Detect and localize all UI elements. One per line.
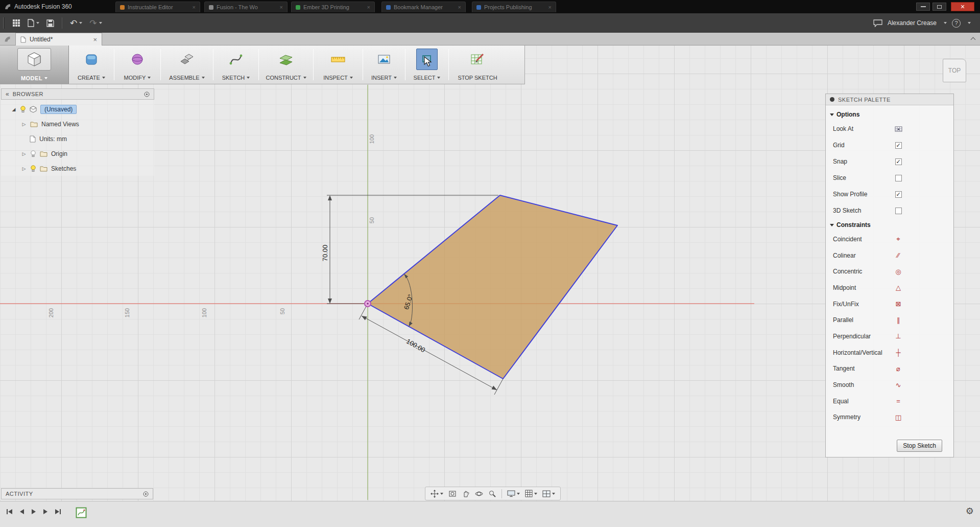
- expander-icon[interactable]: ◢: [11, 107, 16, 112]
- constraint-colinear[interactable]: Colinear∕∕: [826, 247, 953, 264]
- constraint-concentric[interactable]: Concentric◎: [826, 263, 953, 280]
- constraint-perpendicular[interactable]: Perpendicular⊥: [826, 328, 953, 345]
- collapse-panel-icon[interactable]: «: [6, 91, 9, 97]
- sketch-profile[interactable]: [368, 195, 617, 379]
- ribbon-group-inspect[interactable]: INSPECT: [314, 45, 363, 84]
- visibility-bulb-icon[interactable]: [20, 106, 26, 113]
- tab-close-icon[interactable]: [367, 4, 370, 10]
- tree-row-label[interactable]: Units: mm: [39, 135, 67, 143]
- expander-icon[interactable]: ▷: [21, 122, 27, 127]
- ribbon-group-construct[interactable]: CONSTRUCT: [259, 45, 313, 84]
- tree-row-sketches[interactable]: ▷ Sketches: [1, 161, 154, 176]
- stop-sketch-button[interactable]: Stop Sketch: [897, 440, 942, 452]
- tree-row-units[interactable]: Units: mm: [1, 131, 154, 146]
- tangent-icon[interactable]: ⌀: [896, 365, 900, 372]
- grid-settings-button[interactable]: [523, 488, 539, 499]
- panel-options-icon[interactable]: [144, 91, 150, 97]
- expander-icon[interactable]: ▷: [21, 166, 27, 171]
- expander-icon[interactable]: ▷: [21, 151, 27, 156]
- colinear-icon[interactable]: ∕∕: [897, 252, 899, 259]
- constraint-horizontal-vertical[interactable]: Horizontal/Vertical┼: [826, 345, 953, 361]
- go-to-end-button[interactable]: [54, 508, 61, 515]
- concentric-icon[interactable]: ◎: [895, 268, 901, 275]
- constraint-tangent[interactable]: Tangent⌀: [826, 361, 953, 377]
- comment-icon[interactable]: [873, 19, 882, 27]
- tab-close-icon[interactable]: [193, 4, 196, 10]
- display-settings-caret[interactable]: [517, 493, 520, 495]
- workspace-switcher[interactable]: MODEL: [0, 45, 69, 84]
- fusion-tab-icon[interactable]: [4, 35, 11, 43]
- constraint-fix-unfix[interactable]: Fix/UnFix⊠: [826, 296, 953, 312]
- zoom-button[interactable]: [486, 488, 498, 499]
- midpoint-icon[interactable]: △: [896, 284, 901, 291]
- ribbon-group-stop-sketch[interactable]: STOP SKETCH: [449, 45, 506, 84]
- parallel-icon[interactable]: ∥: [897, 317, 900, 324]
- maximize-button[interactable]: [933, 3, 946, 11]
- step-back-button[interactable]: [19, 508, 25, 515]
- help-menu-caret[interactable]: [968, 22, 971, 24]
- dim-height-value[interactable]: 70.00: [321, 245, 329, 262]
- go-to-start-button[interactable]: [6, 508, 13, 515]
- hand-pan-button[interactable]: [460, 488, 472, 499]
- tab-close-icon[interactable]: [280, 4, 283, 10]
- tree-row-origin[interactable]: ▷ Origin: [1, 146, 154, 161]
- viewports-button[interactable]: [540, 489, 557, 499]
- background-browser-tab[interactable]: Projects Publishing: [472, 2, 556, 12]
- equal-icon[interactable]: =: [896, 398, 900, 404]
- look-at-icon[interactable]: [895, 126, 902, 132]
- viewports-caret[interactable]: [552, 493, 555, 495]
- tree-row-label[interactable]: Origin: [51, 150, 67, 157]
- palette-option-show-profile[interactable]: Show Profile: [826, 186, 953, 202]
- constraint-equal[interactable]: Equal=: [826, 393, 953, 409]
- user-menu-caret[interactable]: [944, 22, 947, 24]
- orbit-button[interactable]: [473, 488, 485, 499]
- redo-menu-caret[interactable]: [99, 22, 102, 24]
- minimize-button[interactable]: [916, 3, 930, 11]
- ribbon-group-insert[interactable]: INSERT: [363, 45, 405, 84]
- constraint-coincident[interactable]: Coincident⌖: [826, 231, 953, 247]
- fix-unfix-icon[interactable]: ⊠: [896, 301, 901, 307]
- palette-option-3d-sketch[interactable]: 3D Sketch: [826, 202, 953, 219]
- grid-checkbox[interactable]: [895, 142, 902, 149]
- horizontal-vertical-icon[interactable]: ┼: [896, 349, 900, 356]
- tree-row-label[interactable]: Named Views: [41, 121, 79, 128]
- sketch-palette-header[interactable]: SKETCH PALETTE: [826, 94, 953, 105]
- perpendicular-icon[interactable]: ⊥: [895, 333, 901, 339]
- ribbon-group-assemble[interactable]: ASSEMBLE: [161, 45, 213, 84]
- background-browser-tab[interactable]: Bookmark Manager: [381, 2, 466, 12]
- step-forward-button[interactable]: [42, 508, 49, 515]
- palette-option-grid[interactable]: Grid: [826, 137, 953, 153]
- close-button[interactable]: [951, 2, 974, 11]
- background-browser-tab[interactable]: Ember 3D Printing: [291, 2, 375, 12]
- palette-option-snap[interactable]: Snap: [826, 153, 953, 170]
- document-tab[interactable]: Untitled*: [15, 33, 102, 45]
- palette-option-look-at[interactable]: Look At: [826, 121, 953, 137]
- options-section-header[interactable]: Options: [826, 108, 953, 121]
- 3d-sketch-checkbox[interactable]: [895, 208, 902, 214]
- panel-options-icon[interactable]: [143, 491, 149, 497]
- timeline-sketch-feature[interactable]: [76, 507, 87, 518]
- tab-close-icon[interactable]: [458, 4, 461, 10]
- tab-close-icon[interactable]: [548, 4, 552, 10]
- palette-option-slice[interactable]: Slice: [826, 170, 953, 186]
- constraint-midpoint[interactable]: Midpoint△: [826, 280, 953, 296]
- display-settings-button[interactable]: [505, 488, 522, 499]
- tree-row-label[interactable]: Sketches: [51, 165, 76, 172]
- constraint-smooth[interactable]: Smooth∿: [826, 377, 953, 393]
- background-browser-tab[interactable]: Fusion - The Wo: [204, 2, 288, 12]
- dim-length-value[interactable]: 100.00: [405, 337, 426, 354]
- help-button[interactable]: ?: [952, 19, 961, 28]
- origin-point[interactable]: [365, 301, 371, 307]
- save-button[interactable]: [46, 19, 54, 27]
- undo-button[interactable]: ↶: [70, 19, 82, 28]
- close-tab-icon[interactable]: [93, 36, 97, 43]
- activity-panel-header[interactable]: ACTIVITY: [1, 488, 153, 499]
- redo-button[interactable]: ↷: [89, 19, 102, 28]
- tree-row-named-views[interactable]: ▷ Named Views: [1, 117, 154, 131]
- undo-menu-caret[interactable]: [79, 22, 82, 24]
- file-menu-caret[interactable]: [36, 22, 39, 24]
- ribbon-group-modify[interactable]: MODIFY: [114, 45, 160, 84]
- ribbon-group-create[interactable]: CREATE: [69, 45, 114, 84]
- coincident-icon[interactable]: ⌖: [896, 236, 900, 242]
- viewcube-top-face[interactable]: TOP: [943, 59, 966, 82]
